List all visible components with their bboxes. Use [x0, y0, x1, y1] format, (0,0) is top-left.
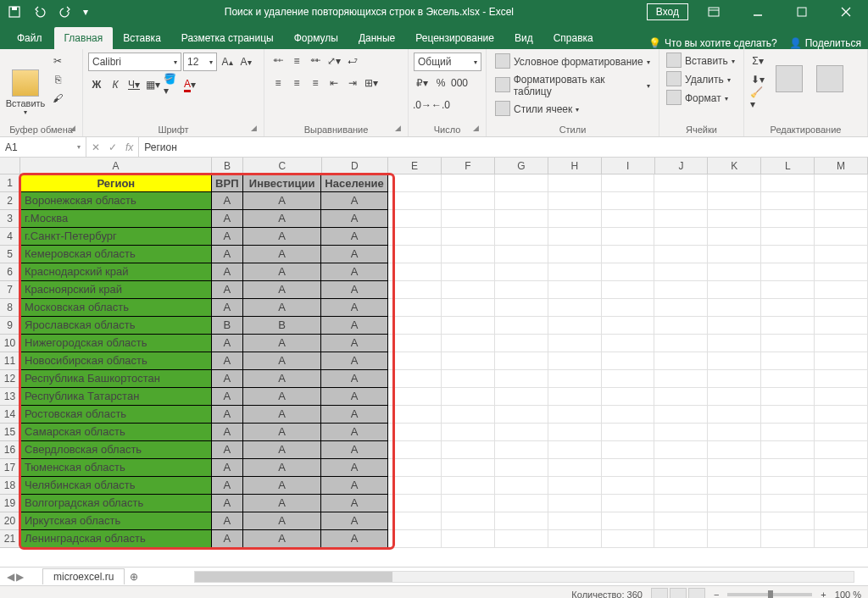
empty-cell[interactable]: [602, 281, 655, 299]
empty-cell[interactable]: [442, 477, 495, 495]
zoom-in-button[interactable]: +: [821, 590, 826, 599]
currency-icon[interactable]: ₽▾: [414, 75, 431, 91]
align-left-icon[interactable]: ≡: [270, 75, 287, 91]
region-cell[interactable]: Кемеровская область: [20, 246, 212, 263]
name-box[interactable]: A1▾: [0, 137, 86, 157]
empty-cell[interactable]: [495, 406, 548, 424]
invest-cell[interactable]: A: [243, 495, 321, 512]
paste-button[interactable]: Вставить▾: [5, 53, 46, 133]
vrp-cell[interactable]: A: [212, 388, 243, 406]
empty-cell[interactable]: [654, 299, 708, 317]
empty-cell[interactable]: [388, 370, 442, 388]
empty-cell[interactable]: [602, 263, 655, 281]
empty-cell[interactable]: [602, 174, 655, 192]
invest-cell[interactable]: A: [243, 246, 321, 263]
format-cells-button[interactable]: Формат▾: [665, 90, 738, 107]
empty-cell[interactable]: [442, 352, 495, 370]
empty-cell[interactable]: [388, 477, 442, 495]
invest-cell[interactable]: A: [243, 352, 321, 370]
pop-cell[interactable]: A: [321, 441, 388, 459]
cells-area[interactable]: РегионВРПИнвестицииНаселениеВоронежская …: [20, 174, 868, 567]
empty-cell[interactable]: [442, 370, 495, 388]
invest-cell[interactable]: A: [243, 530, 321, 548]
empty-cell[interactable]: [708, 263, 761, 281]
empty-cell[interactable]: [815, 459, 868, 477]
share-button[interactable]: 👤Поделиться: [789, 37, 861, 49]
empty-cell[interactable]: [548, 441, 602, 459]
empty-cell[interactable]: [654, 246, 708, 263]
empty-cell[interactable]: [495, 512, 548, 530]
empty-cell[interactable]: [602, 228, 655, 246]
invest-cell[interactable]: A: [243, 263, 321, 281]
empty-cell[interactable]: [548, 512, 602, 530]
pop-cell[interactable]: A: [321, 335, 388, 352]
col-header-D[interactable]: D: [322, 158, 389, 174]
empty-cell[interactable]: [442, 192, 495, 210]
decrease-font-icon[interactable]: A▾: [237, 53, 254, 70]
invest-cell[interactable]: A: [243, 459, 321, 477]
empty-cell[interactable]: [388, 459, 442, 477]
align-center-icon[interactable]: ≡: [288, 75, 305, 91]
column-headers[interactable]: ABCDEFGHIJKLM: [20, 158, 868, 174]
region-cell[interactable]: Свердловская область: [20, 441, 212, 459]
empty-cell[interactable]: [388, 441, 442, 459]
vrp-cell[interactable]: A: [212, 477, 243, 495]
percent-icon[interactable]: %: [432, 75, 449, 91]
empty-cell[interactable]: [388, 192, 442, 210]
cut-icon[interactable]: ✂: [49, 53, 66, 69]
pop-cell[interactable]: A: [321, 370, 388, 388]
empty-cell[interactable]: [495, 210, 548, 228]
decrease-decimal-icon[interactable]: ←.0: [432, 97, 449, 114]
empty-cell[interactable]: [548, 174, 602, 192]
increase-indent-icon[interactable]: ⇥: [344, 75, 361, 91]
pop-cell[interactable]: A: [321, 228, 388, 246]
empty-cell[interactable]: [654, 317, 708, 335]
zoom-slider[interactable]: [727, 593, 812, 596]
empty-cell[interactable]: [602, 246, 655, 263]
pop-cell[interactable]: A: [321, 281, 388, 299]
empty-cell[interactable]: [442, 246, 495, 263]
vrp-cell[interactable]: A: [212, 495, 243, 512]
col-header-I[interactable]: I: [602, 158, 655, 174]
find-select-button[interactable]: [812, 53, 848, 107]
empty-cell[interactable]: [388, 335, 442, 352]
empty-cell[interactable]: [708, 228, 761, 246]
increase-font-icon[interactable]: A▴: [219, 53, 236, 70]
empty-cell[interactable]: [708, 210, 761, 228]
region-cell[interactable]: Краснодарский край: [20, 263, 212, 281]
undo-icon[interactable]: [29, 2, 51, 22]
empty-cell[interactable]: [815, 281, 868, 299]
empty-cell[interactable]: [495, 281, 548, 299]
region-cell[interactable]: г.Санкт-Петербург: [20, 228, 212, 246]
empty-cell[interactable]: [388, 299, 442, 317]
pop-cell[interactable]: A: [321, 317, 388, 335]
header-region[interactable]: Регион: [20, 174, 212, 192]
pop-cell[interactable]: A: [321, 263, 388, 281]
empty-cell[interactable]: [654, 512, 708, 530]
sheet-next-icon[interactable]: ▶: [16, 571, 24, 583]
empty-cell[interactable]: [708, 246, 761, 263]
vrp-cell[interactable]: A: [212, 370, 243, 388]
save-icon[interactable]: [3, 2, 25, 22]
empty-cell[interactable]: [654, 352, 708, 370]
empty-cell[interactable]: [388, 424, 442, 441]
col-header-F[interactable]: F: [442, 158, 495, 174]
empty-cell[interactable]: [495, 299, 548, 317]
row-header-18[interactable]: 18: [0, 477, 19, 495]
row-header-6[interactable]: 6: [0, 263, 19, 281]
bold-button[interactable]: Ж: [88, 76, 105, 93]
empty-cell[interactable]: [495, 477, 548, 495]
empty-cell[interactable]: [495, 530, 548, 548]
empty-cell[interactable]: [548, 335, 602, 352]
empty-cell[interactable]: [761, 512, 815, 530]
empty-cell[interactable]: [388, 388, 442, 406]
invest-cell[interactable]: A: [243, 388, 321, 406]
invest-cell[interactable]: A: [243, 228, 321, 246]
pop-cell[interactable]: A: [321, 352, 388, 370]
region-cell[interactable]: Ленинградская область: [20, 530, 212, 548]
empty-cell[interactable]: [708, 495, 761, 512]
ribbon-options-icon[interactable]: [695, 0, 732, 24]
empty-cell[interactable]: [388, 263, 442, 281]
tab-6[interactable]: Вид: [504, 27, 543, 49]
header-pop[interactable]: Население: [321, 174, 388, 192]
